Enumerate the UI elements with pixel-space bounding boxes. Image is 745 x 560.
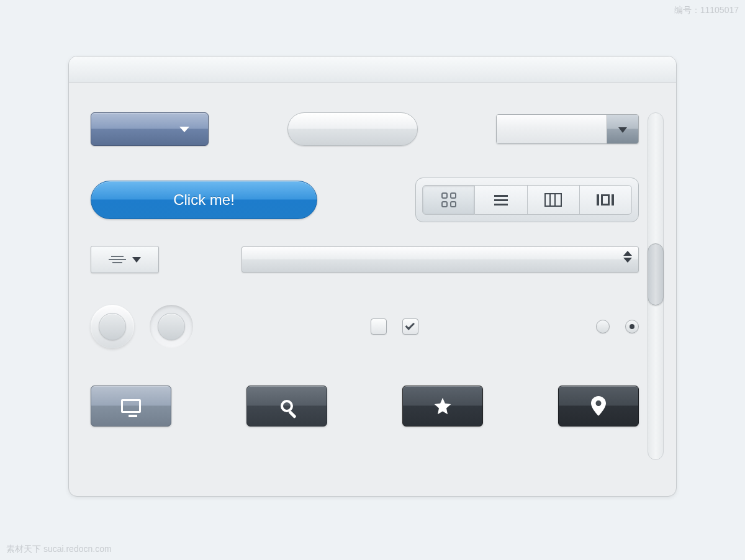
grid-icon [441,192,456,207]
round-button-inner [99,313,126,340]
alignment-dropdown[interactable] [91,246,159,273]
click-me-button[interactable]: Click me! [91,181,317,219]
checkbox-checked[interactable] [402,318,418,335]
search-button[interactable] [246,386,327,427]
window: Click me! [68,56,677,497]
monitor-button[interactable] [91,386,171,427]
location-button[interactable] [558,386,639,427]
combo-trigger[interactable] [607,115,638,143]
watermark-bottom-left: 素材天下 sucai.redocn.com [6,544,112,555]
scrollbar-track[interactable] [648,112,664,460]
combo-box[interactable] [496,114,639,144]
watermark-top-right: 编号：11105017 [674,5,739,16]
radio-unchecked[interactable] [596,320,610,333]
segment-list-view[interactable] [475,185,527,215]
radio-dot-icon [630,324,634,329]
pill-button[interactable] [287,112,418,146]
monitor-icon [121,399,141,413]
checkbox-unchecked[interactable] [371,318,387,335]
checkmark-icon [405,320,415,330]
chevron-down-icon [618,127,627,133]
segment-grid-view[interactable] [422,185,475,215]
list-icon [494,195,508,205]
segment-columns-view[interactable] [528,185,580,215]
chevron-down-icon [132,257,141,263]
carousel-icon [597,194,614,205]
star-button[interactable] [402,386,483,427]
search-icon [281,400,293,412]
segmented-control [415,178,639,222]
round-button-raised[interactable] [91,305,134,348]
map-pin-icon [591,396,606,416]
round-button-inner [158,313,185,340]
stepper-icon[interactable] [623,251,632,263]
chevron-down-icon [179,127,189,132]
star-icon [433,396,453,416]
radio-checked[interactable] [625,320,639,333]
titlebar[interactable] [69,56,676,83]
scrollbar-thumb[interactable] [648,243,664,305]
combo-field[interactable] [497,115,607,143]
columns-icon [544,193,562,207]
align-center-icon [109,256,126,263]
round-button-inset[interactable] [150,305,193,348]
select-stepper-field[interactable] [242,246,639,273]
segment-carousel-view[interactable] [580,185,632,215]
dropdown-button-blue[interactable] [91,112,209,146]
